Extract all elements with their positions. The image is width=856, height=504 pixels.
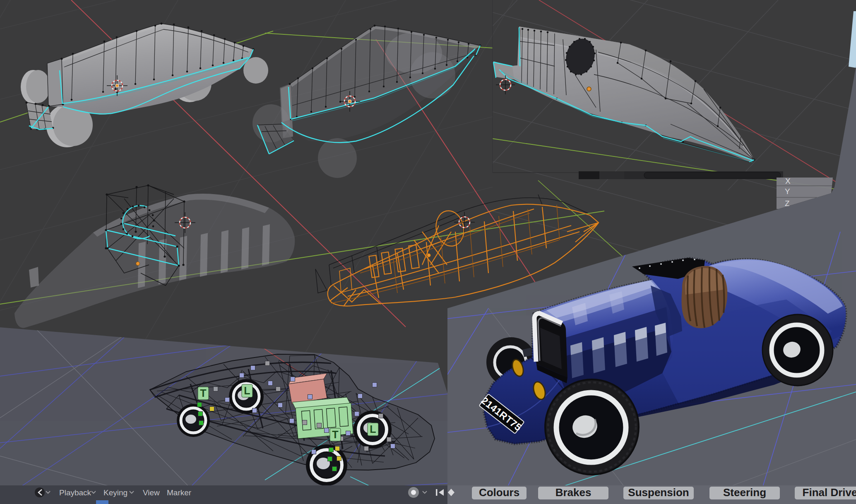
svg-text:Playback: Playback xyxy=(59,488,91,497)
svg-text:L: L xyxy=(244,385,250,396)
svg-text:Steering: Steering xyxy=(723,486,766,499)
svg-text:T: T xyxy=(200,387,206,399)
svg-text:Final Drive: Final Drive xyxy=(803,486,856,499)
svg-text:Keying: Keying xyxy=(103,488,127,497)
svg-text:Marker: Marker xyxy=(167,488,192,497)
svg-text:Brakes: Brakes xyxy=(555,486,592,499)
svg-text:View: View xyxy=(143,488,160,497)
svg-text:Y: Y xyxy=(785,187,790,196)
svg-text:T: T xyxy=(332,429,338,440)
svg-text:X: X xyxy=(785,177,791,185)
svg-text:L: L xyxy=(370,423,376,435)
svg-text:Suspension: Suspension xyxy=(628,486,689,499)
svg-text:Colours: Colours xyxy=(479,486,519,499)
